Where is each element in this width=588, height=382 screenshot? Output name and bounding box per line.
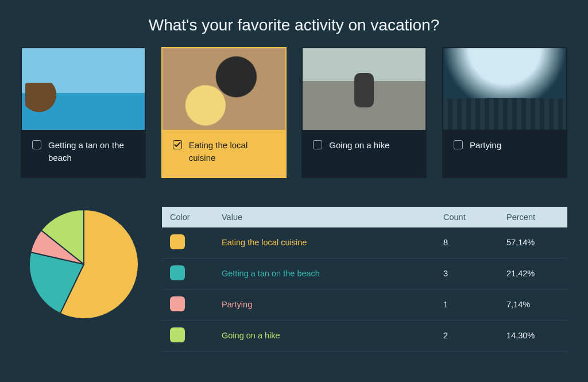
- option-caption: Eating the local cuisine: [163, 130, 285, 177]
- cell-color: [162, 320, 214, 351]
- cell-count: 8: [435, 227, 498, 258]
- col-count: Count: [435, 207, 498, 227]
- color-swatch: [170, 234, 185, 249]
- color-swatch: [170, 327, 185, 342]
- option-card-2[interactable]: Going on a hike: [301, 47, 427, 178]
- option-image: [303, 48, 425, 130]
- option-image: [443, 48, 566, 130]
- option-caption: Partying: [443, 130, 566, 176]
- checkbox-icon[interactable]: [313, 140, 322, 149]
- checkbox-icon[interactable]: [32, 140, 41, 149]
- option-label: Eating the local cuisine: [189, 139, 275, 164]
- option-label: Partying: [470, 139, 501, 152]
- checkbox-icon[interactable]: [454, 140, 463, 149]
- option-card-3[interactable]: Partying: [442, 47, 567, 178]
- question-title: What's your favorite activity on vacatio…: [21, 16, 567, 34]
- cell-count: 2: [435, 320, 498, 351]
- option-image: [163, 48, 285, 130]
- pie-chart-container: [26, 207, 141, 324]
- results-section: Color Value Count Percent Eating the loc…: [21, 207, 567, 352]
- option-label: Going on a hike: [329, 139, 389, 152]
- cell-count: 1: [435, 289, 498, 320]
- options-row: Getting a tan on the beachEating the loc…: [21, 47, 567, 178]
- cell-color: [162, 227, 214, 258]
- color-swatch: [170, 265, 185, 280]
- col-percent: Percent: [498, 207, 567, 227]
- cell-value: Eating the local cuisine: [214, 227, 435, 258]
- cell-count: 3: [435, 258, 498, 289]
- option-card-1[interactable]: Eating the local cuisine: [161, 47, 287, 178]
- table-row: Going on a hike214,30%: [162, 320, 567, 351]
- table-row: Partying17,14%: [162, 289, 567, 320]
- results-table-body: Eating the local cuisine857,14%Getting a…: [162, 227, 567, 352]
- table-row: Getting a tan on the beach321,42%: [162, 258, 567, 289]
- cell-value: Going on a hike: [214, 320, 435, 351]
- option-image: [22, 48, 145, 130]
- option-caption: Getting a tan on the beach: [22, 130, 145, 177]
- cell-percent: 57,14%: [498, 227, 567, 258]
- checkbox-icon[interactable]: [173, 140, 182, 149]
- table-row: Eating the local cuisine857,14%: [162, 227, 567, 258]
- cell-color: [162, 258, 214, 289]
- cell-percent: 7,14%: [498, 289, 567, 320]
- option-caption: Going on a hike: [303, 130, 425, 176]
- results-table: Color Value Count Percent Eating the loc…: [162, 207, 567, 352]
- col-color: Color: [162, 207, 214, 227]
- color-swatch: [170, 296, 185, 311]
- option-card-0[interactable]: Getting a tan on the beach: [21, 47, 146, 178]
- option-label: Getting a tan on the beach: [48, 139, 134, 164]
- cell-color: [162, 289, 214, 320]
- col-value: Value: [214, 207, 435, 227]
- cell-value: Partying: [214, 289, 435, 320]
- pie-chart: [26, 207, 141, 322]
- cell-percent: 21,42%: [498, 258, 567, 289]
- cell-percent: 14,30%: [498, 320, 567, 351]
- cell-value: Getting a tan on the beach: [214, 258, 435, 289]
